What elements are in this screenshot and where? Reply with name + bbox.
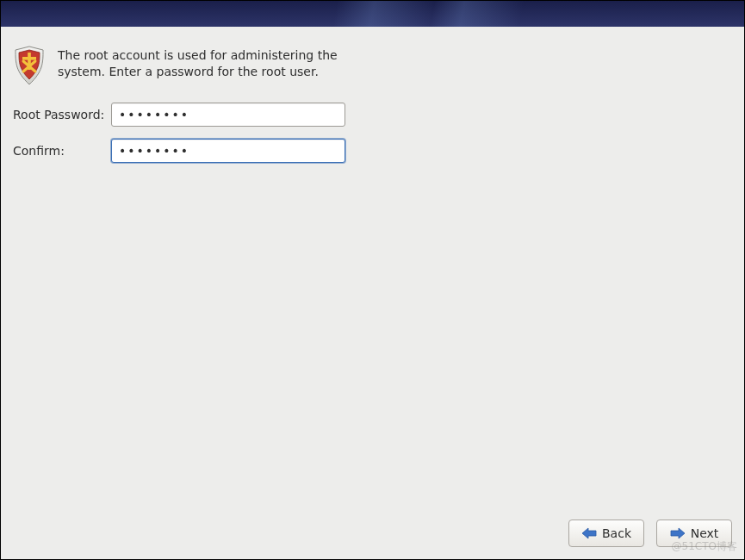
intro-section: The root account is used for administeri… — [13, 46, 732, 87]
root-password-label: Root Password: — [13, 108, 111, 121]
installer-banner — [1, 1, 744, 27]
back-button-label: Back — [602, 526, 631, 540]
arrow-left-icon — [581, 527, 597, 539]
confirm-label: Confirm: — [13, 144, 111, 158]
intro-text: The root account is used for administeri… — [58, 46, 351, 80]
root-password-row: Root Password: — [13, 103, 732, 127]
footer-nav: Back Next — [1, 520, 744, 559]
root-password-input[interactable] — [111, 103, 345, 127]
shield-icon — [13, 46, 46, 87]
back-button[interactable]: Back — [568, 520, 644, 547]
next-button[interactable]: Next — [656, 520, 732, 547]
next-button-label: Next — [691, 526, 719, 540]
content-area: The root account is used for administeri… — [1, 27, 744, 520]
confirm-input[interactable] — [111, 139, 345, 163]
confirm-row: Confirm: — [13, 139, 732, 163]
arrow-right-icon — [670, 527, 686, 539]
svg-rect-1 — [22, 57, 36, 60]
